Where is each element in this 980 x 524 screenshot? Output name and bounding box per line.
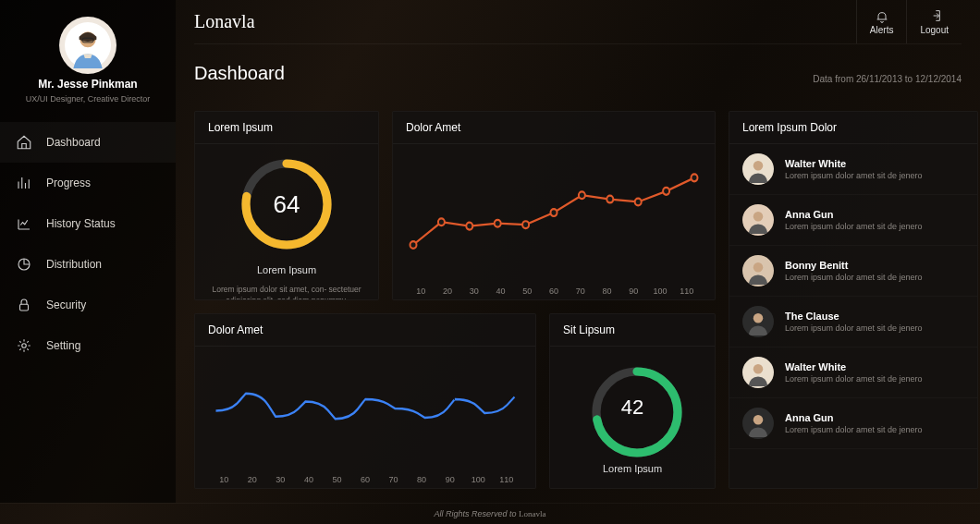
history-icon — [15, 214, 33, 233]
card-title: Dolor Amet — [393, 112, 715, 144]
people-list[interactable]: Walter White Lorem ipsum dolor amet sit … — [729, 144, 977, 488]
person-row[interactable]: Walter White Lorem ipsum dolor amet sit … — [729, 144, 977, 195]
sidebar-item-setting[interactable]: Setting — [0, 325, 176, 366]
sidebar-item-label: Distribution — [46, 258, 102, 271]
logout-button[interactable]: Logout — [906, 0, 962, 43]
profile-avatar[interactable] — [59, 17, 116, 74]
svg-point-9 — [410, 241, 417, 249]
bell-icon — [875, 8, 889, 23]
svg-point-6 — [22, 344, 27, 348]
profile-role: UX/UI Designer, Creative Director — [26, 94, 151, 104]
topbar: Lonavla Alerts Logout — [194, 0, 962, 44]
sidebar-item-label: History Status — [46, 217, 116, 230]
avatar-person-icon — [744, 206, 772, 234]
svg-point-14 — [551, 209, 557, 216]
dashboard-grid: Lorem Ipsum 64 Lorem Ipsum Lorem ipsum d… — [194, 98, 962, 503]
svg-point-21 — [753, 212, 764, 222]
person-row[interactable]: Bonny Benitt Lorem ipsum dolor amet sit … — [729, 246, 977, 297]
avatar-person-icon — [744, 359, 772, 386]
svg-point-20 — [753, 161, 764, 171]
card-people: Lorem Ipsum Dolor Walter White Lorem ips… — [729, 111, 978, 489]
person-row[interactable]: Walter White Lorem ipsum dolor amet sit … — [729, 347, 977, 398]
page-title: Dashboard — [194, 63, 285, 84]
person-sub: Lorem ipsum dolor amet sit de jenero — [785, 273, 923, 282]
person-avatar — [742, 153, 774, 185]
avatar-person-icon — [65, 22, 111, 68]
sidebar-item-label: Setting — [46, 339, 80, 352]
top-actions: Alerts Logout — [856, 0, 962, 43]
profile-block: Mr. Jesse Pinkman UX/UI Designer, Creati… — [0, 13, 176, 116]
donut-1-label: Lorem Ipsum — [257, 264, 316, 275]
donut-2-label: Lorem Ipsum — [603, 463, 662, 474]
svg-point-25 — [753, 415, 764, 425]
svg-point-11 — [466, 223, 472, 230]
avatar-person-icon — [744, 409, 772, 437]
lock-icon — [15, 296, 33, 314]
person-row[interactable]: Anna Gun Lorem ipsum dolor amet sit de j… — [729, 195, 977, 246]
home-icon — [15, 133, 33, 152]
brand-logo[interactable]: Lonavla — [194, 11, 255, 32]
card-title: Sit Lipsum — [550, 314, 715, 347]
person-avatar — [742, 204, 774, 236]
footer-text: All Rights Reserved to — [434, 509, 519, 518]
gear-icon — [15, 336, 33, 355]
sidebar-item-distribution[interactable]: Distribution — [0, 244, 176, 285]
card-title: Lorem Ipsum Dolor — [729, 112, 977, 144]
person-name: Anna Gun — [785, 209, 923, 220]
logout-label: Logout — [920, 25, 949, 35]
sidebar-item-progress[interactable]: Progress — [0, 163, 176, 203]
avatar-person-icon — [744, 257, 772, 285]
line-1-x-ticks: 102030405060708090100110 — [406, 283, 702, 296]
svg-point-22 — [753, 262, 764, 273]
donut-2-value: 42 — [586, 361, 679, 454]
sidebar-item-history-status[interactable]: History Status — [0, 203, 176, 244]
person-name: Anna Gun — [785, 412, 923, 423]
page-header: Dashboard Data from 26/11/2013 to 12/12/… — [194, 44, 962, 98]
footer-brand: Lonavla — [519, 509, 546, 518]
avatar-person-icon — [744, 155, 772, 183]
line-chart-2 — [208, 356, 522, 466]
person-name: Bonny Benitt — [785, 260, 923, 271]
sidebar-item-label: Security — [46, 299, 86, 311]
svg-rect-5 — [20, 304, 29, 311]
card-gauge-2: Sit Lipsum 42 Lorem Ipsum — [549, 313, 716, 489]
alerts-label: Alerts — [870, 25, 894, 35]
card-gauge-1: Lorem Ipsum 64 Lorem Ipsum Lorem ipsum d… — [194, 111, 379, 300]
person-sub: Lorem ipsum dolor amet sit de jenero — [785, 222, 923, 231]
svg-point-24 — [753, 364, 764, 374]
page-date-range: Data from 26/11/2013 to 12/12/2014 — [813, 74, 962, 84]
sidebar-item-label: Progress — [46, 177, 91, 189]
sidebar-item-security[interactable]: Security — [0, 285, 176, 325]
svg-point-15 — [579, 191, 585, 199]
line-chart-1 — [406, 153, 702, 277]
donut-1-value: 64 — [236, 153, 337, 255]
avatar-person-icon — [744, 308, 772, 335]
profile-name: Mr. Jesse Pinkman — [38, 78, 137, 91]
person-avatar — [742, 408, 774, 439]
person-sub: Lorem ipsum dolor amet sit de jenero — [785, 323, 923, 333]
person-row[interactable]: The Clause Lorem ipsum dolor amet sit de… — [729, 297, 977, 347]
sidebar: Mr. Jesse Pinkman UX/UI Designer, Creati… — [0, 0, 176, 503]
svg-point-13 — [522, 221, 529, 228]
person-sub: Lorem ipsum dolor amet sit de jenero — [785, 374, 923, 384]
card-line-2: Dolor Amet 102030405060708090100110 — [194, 313, 536, 489]
person-avatar — [742, 306, 774, 337]
alerts-button[interactable]: Alerts — [856, 0, 907, 43]
line-2-x-ticks: 102030405060708090100110 — [208, 471, 522, 484]
person-sub: Lorem ipsum dolor amet sit de jenero — [785, 171, 923, 180]
sidebar-item-dashboard[interactable]: Dashboard — [0, 122, 176, 163]
bars-icon — [15, 174, 33, 192]
pie-icon — [15, 255, 33, 274]
person-name: Walter White — [785, 361, 923, 372]
svg-point-12 — [495, 220, 501, 227]
person-sub: Lorem ipsum dolor amet sit de jenero — [785, 425, 923, 434]
svg-point-19 — [692, 174, 698, 181]
card-line-1: Dolor Amet 102030405060708090100110 — [392, 111, 716, 300]
person-row[interactable]: Anna Gun Lorem ipsum dolor amet sit de j… — [729, 398, 977, 449]
person-avatar — [742, 255, 774, 286]
svg-point-10 — [438, 218, 445, 225]
footer: All Rights Reserved to Lonavla — [0, 503, 980, 524]
sidebar-item-label: Dashboard — [46, 136, 101, 149]
logout-icon — [927, 8, 942, 23]
donut-chart-2: 42 — [586, 361, 679, 454]
